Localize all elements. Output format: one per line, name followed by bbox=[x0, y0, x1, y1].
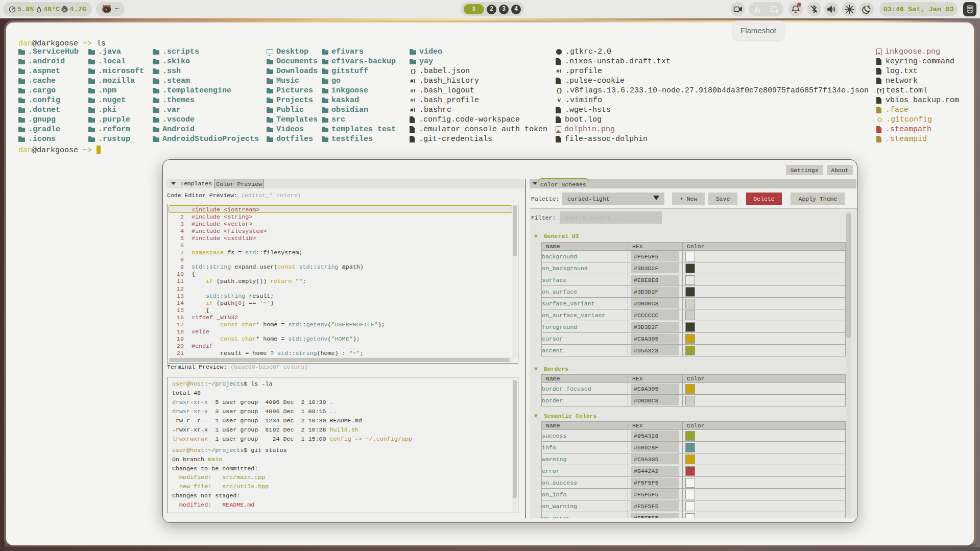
svg-text:>_: >_ bbox=[105, 8, 109, 12]
